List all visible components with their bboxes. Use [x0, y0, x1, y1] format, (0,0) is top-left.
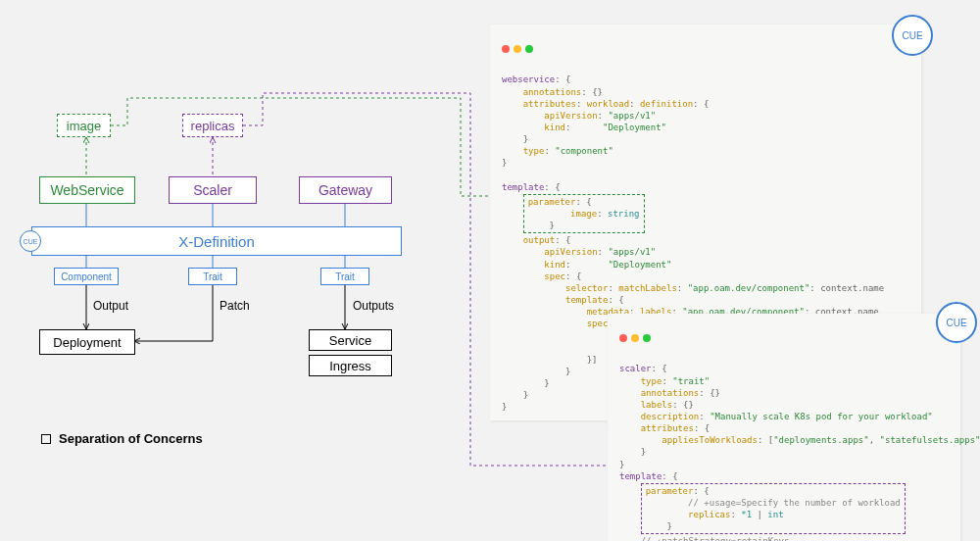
window-dots-2: [619, 333, 949, 345]
ingress-box: Ingress: [309, 355, 392, 376]
param-image-box: image: [57, 114, 111, 137]
service-box: Service: [309, 329, 392, 351]
tag-trait-2: Trait: [320, 268, 369, 285]
tag-component: Component: [54, 268, 119, 285]
label-patch: Patch: [220, 299, 250, 313]
xdefinition-box: X-Definition: [31, 226, 402, 256]
window-dots-1: [502, 44, 909, 56]
param-image-label: image: [67, 119, 101, 133]
scaler-box: Scaler: [169, 176, 257, 204]
webservice-box: WebService: [39, 176, 135, 204]
param-replicas-label: replicas: [191, 119, 235, 133]
bullet-icon: [41, 434, 51, 444]
param-replicas-box: replicas: [182, 114, 243, 137]
label-output: Output: [93, 299, 128, 313]
gateway-box: Gateway: [299, 176, 392, 204]
bullet-separation: Separation of Concerns: [41, 431, 203, 446]
cue-badge-small: CUE: [20, 230, 41, 252]
deployment-box: Deployment: [39, 329, 135, 355]
cue-badge-2: CUE: [936, 302, 977, 343]
cue-badge-1: CUE: [892, 15, 933, 56]
tag-trait-1: Trait: [188, 268, 237, 285]
label-outputs: Outputs: [353, 299, 394, 313]
code-panel-scaler: scaler: { type: "trait" annotations: {} …: [608, 314, 960, 541]
